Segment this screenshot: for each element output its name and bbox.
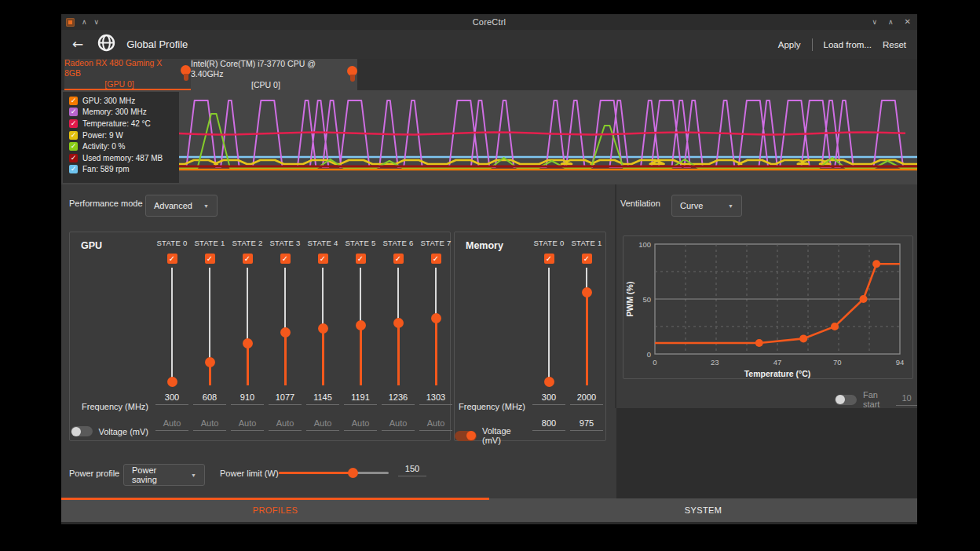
- slider-handle[interactable]: [348, 468, 358, 478]
- pin-icon: [181, 65, 191, 82]
- voltage-value[interactable]: Auto: [231, 418, 264, 431]
- legend-checkbox-icon[interactable]: ✓: [69, 97, 78, 105]
- legend-checkbox-icon[interactable]: ✓: [69, 108, 78, 116]
- frequency-slider[interactable]: [280, 268, 291, 385]
- slider-handle[interactable]: [393, 318, 404, 328]
- performance-mode-dropdown[interactable]: Advanced ▼: [145, 195, 218, 217]
- voltage-value[interactable]: Auto: [193, 418, 226, 431]
- slider-handle[interactable]: [167, 377, 177, 387]
- state-checkbox[interactable]: ✓: [243, 254, 253, 264]
- frequency-slider[interactable]: [166, 268, 177, 385]
- slider-fill: [435, 322, 438, 385]
- legend-item[interactable]: ✓Activity: 0 %: [69, 140, 179, 152]
- voltage-value[interactable]: Auto: [306, 418, 339, 431]
- voltage-value[interactable]: Auto: [269, 418, 302, 431]
- frequency-slider[interactable]: [393, 268, 404, 385]
- apply-button[interactable]: Apply: [778, 40, 801, 49]
- fan-curve-point[interactable]: [860, 295, 868, 303]
- state-checkbox[interactable]: ✓: [167, 254, 177, 264]
- state-label: STATE 1: [571, 239, 602, 250]
- legend-checkbox-icon[interactable]: ✓: [69, 165, 78, 173]
- frequency-value[interactable]: 1077: [269, 392, 302, 405]
- frequency-value[interactable]: 608: [193, 392, 226, 405]
- state-checkbox[interactable]: ✓: [544, 254, 554, 264]
- monitor-graph: [179, 90, 917, 184]
- frequency-value[interactable]: 1303: [419, 392, 452, 405]
- legend-item[interactable]: ✓Fan: 589 rpm: [69, 164, 179, 176]
- footer-tab-profiles[interactable]: PROFILES: [61, 498, 489, 522]
- legend-item[interactable]: ✓GPU: 300 MHz: [69, 95, 179, 107]
- legend-checkbox-icon[interactable]: ✓: [69, 154, 78, 162]
- frequency-value[interactable]: 300: [532, 392, 565, 405]
- slider-handle[interactable]: [243, 338, 253, 348]
- frequency-value[interactable]: 2000: [570, 392, 603, 405]
- frequency-value[interactable]: 1191: [344, 392, 377, 405]
- fan-start-toggle[interactable]: [835, 395, 857, 405]
- power-profile-value: Power saving: [132, 465, 183, 484]
- fan-curve-point[interactable]: [755, 339, 763, 347]
- state-checkbox[interactable]: ✓: [280, 254, 291, 264]
- legend-checkbox-icon[interactable]: ✓: [69, 142, 78, 151]
- frequency-slider[interactable]: [430, 268, 441, 385]
- footer-tabbar: PROFILESSYSTEM: [61, 498, 917, 522]
- state-column: STATE 0✓300800: [530, 239, 568, 437]
- voltage-value[interactable]: Auto: [344, 418, 377, 431]
- fan-curve-point[interactable]: [831, 323, 839, 330]
- slider-handle[interactable]: [582, 287, 592, 297]
- power-profile-dropdown[interactable]: Power saving ▼: [123, 464, 205, 486]
- frequency-slider[interactable]: [355, 268, 366, 385]
- frequency-slider[interactable]: [317, 268, 328, 385]
- slider-handle[interactable]: [544, 377, 554, 387]
- device-tab-gpu[interactable]: Radeon RX 480 Gaming X 8GB[GPU 0]: [64, 59, 191, 90]
- voltage-toggle[interactable]: [455, 431, 477, 441]
- frequency-slider[interactable]: [581, 268, 592, 385]
- voltage-value[interactable]: Auto: [419, 418, 452, 431]
- slider-handle[interactable]: [280, 327, 291, 338]
- legend-checkbox-icon[interactable]: ✓: [69, 119, 78, 128]
- legend-item[interactable]: ✓Used memory: 487 MB: [69, 152, 179, 164]
- ventilation-dropdown[interactable]: Curve ▼: [671, 195, 742, 217]
- voltage-value[interactable]: 800: [532, 418, 565, 431]
- unshade-down-icon[interactable]: ∨: [94, 14, 100, 30]
- frequency-value[interactable]: 1236: [382, 392, 415, 405]
- frequency-slider[interactable]: [543, 268, 554, 385]
- fan-curve-point[interactable]: [872, 260, 880, 268]
- frequency-value[interactable]: 910: [231, 392, 264, 405]
- reset-button[interactable]: Reset: [883, 40, 906, 49]
- load-from-button[interactable]: Load from...: [824, 40, 872, 49]
- state-checkbox[interactable]: ✓: [582, 254, 592, 264]
- frequency-value[interactable]: 300: [155, 392, 188, 405]
- shade-up-icon[interactable]: ∧: [82, 14, 87, 30]
- close-icon[interactable]: ✕: [905, 14, 911, 30]
- slider-handle[interactable]: [205, 357, 215, 367]
- state-checkbox[interactable]: ✓: [318, 254, 328, 264]
- slider-handle[interactable]: [431, 313, 441, 323]
- legend-checkbox-icon[interactable]: ✓: [69, 131, 78, 140]
- frequency-slider[interactable]: [242, 268, 253, 385]
- slider-handle[interactable]: [356, 320, 366, 330]
- voltage-value[interactable]: Auto: [382, 418, 415, 431]
- voltage-value[interactable]: 975: [570, 418, 603, 431]
- state-checkbox[interactable]: ✓: [393, 254, 404, 264]
- slider-handle[interactable]: [318, 323, 328, 334]
- legend-item[interactable]: ✓Temperature: 42 °C: [69, 118, 179, 130]
- legend-item[interactable]: ✓Memory: 300 MHz: [69, 107, 179, 119]
- legend-item[interactable]: ✓Power: 9 W: [69, 130, 179, 141]
- footer-tab-system[interactable]: SYSTEM: [489, 498, 917, 522]
- state-checkbox[interactable]: ✓: [356, 254, 366, 264]
- back-button[interactable]: ←: [72, 38, 83, 51]
- minimize-icon[interactable]: ∨: [872, 14, 877, 30]
- fan-curve-point[interactable]: [799, 334, 807, 342]
- voltage-value[interactable]: Auto: [155, 418, 188, 431]
- voltage-toggle[interactable]: [71, 426, 93, 436]
- maximize-icon[interactable]: ∧: [888, 14, 894, 30]
- state-checkbox[interactable]: ✓: [205, 254, 215, 264]
- slider-fill: [279, 472, 353, 475]
- power-limit-slider[interactable]: [279, 467, 389, 478]
- state-checkbox[interactable]: ✓: [431, 254, 441, 264]
- device-tab-cpu[interactable]: Intel(R) Core(TM) i7-3770 CPU @ 3.40GHz[…: [191, 59, 357, 90]
- fan-start-value[interactable]: 10: [896, 393, 917, 406]
- frequency-value[interactable]: 1145: [306, 392, 339, 405]
- power-limit-value[interactable]: 150: [398, 464, 426, 476]
- frequency-slider[interactable]: [204, 268, 215, 385]
